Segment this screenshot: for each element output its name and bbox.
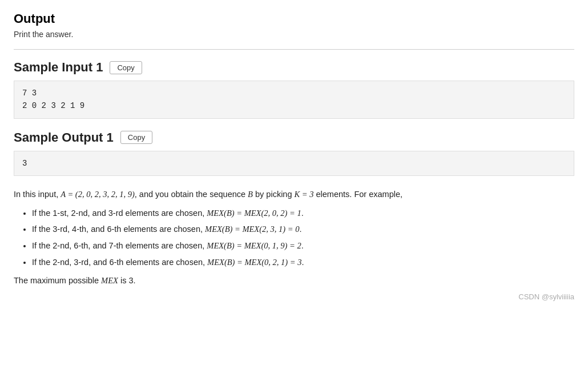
math-B: B [248,190,253,199]
sample-input-title: Sample Input 1 [14,60,103,75]
explanation-intro: In this input, A = (2, 0, 2, 3, 2, 1, 9)… [14,187,574,202]
divider-1 [14,49,574,50]
explanation-bullets: If the 1-st, 2-nd, and 3-rd elements are… [32,206,574,270]
copy-input-button[interactable]: Copy [110,61,142,74]
math-K: K = 3 [295,190,314,199]
sample-output-header: Sample Output 1 Copy [14,130,574,145]
input-line-1: 7 3 [22,87,566,99]
sample-output-code: 3 [14,151,574,176]
bullet-4: If the 2-nd, 3-rd, and 6-th elements are… [32,255,574,270]
output-section: Output Print the answer. [14,11,574,39]
bullet-3: If the 2-nd, 6-th, and 7-th elements are… [32,239,574,253]
sample-output-title: Sample Output 1 [14,130,114,145]
sample-input-section: Sample Input 1 Copy 7 3 2 0 2 3 2 1 9 [14,60,574,119]
explanation-section: In this input, A = (2, 0, 2, 3, 2, 1, 9)… [14,187,574,288]
bullet-1: If the 1-st, 2-nd, and 3-rd elements are… [32,206,574,220]
math-A: A = (2, 0, 2, 3, 2, 1, 9) [61,190,135,199]
output-description: Print the answer. [14,30,574,39]
output-line-1: 3 [22,157,566,170]
sample-input-code: 7 3 2 0 2 3 2 1 9 [14,81,574,119]
sample-input-header: Sample Input 1 Copy [14,60,574,75]
footer-attribution: CSDN @sylviiiiia [14,292,574,301]
explanation-conclusion: The maximum possible MEX is 3. [14,274,574,288]
bullet-2: If the 3-rd, 4-th, and 6-th elements are… [32,222,574,236]
sample-output-section: Sample Output 1 Copy 3 [14,130,574,176]
input-line-2: 2 0 2 3 2 1 9 [22,99,566,112]
copy-output-button[interactable]: Copy [120,131,152,144]
output-title: Output [14,11,574,26]
